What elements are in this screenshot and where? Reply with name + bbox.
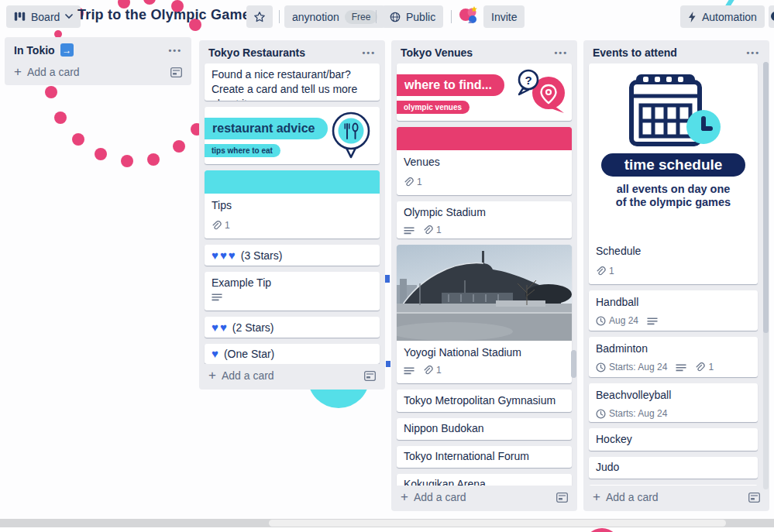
- card-yoyogi-stadium[interactable]: Yoyogi National Stadium 1: [397, 245, 572, 383]
- card-template-icon[interactable]: [364, 371, 376, 381]
- star-board-button[interactable]: [246, 5, 273, 28]
- card-one-star[interactable]: ♥(One Star): [205, 344, 380, 364]
- card-where-to-find-cover[interactable]: where to find... olympic venues ?: [397, 63, 572, 121]
- description-icon: [404, 227, 415, 235]
- topbar-divider: [279, 10, 280, 23]
- list-title[interactable]: Tokyo Venues: [401, 46, 473, 59]
- bg-dot: [45, 86, 57, 98]
- blue-hearts: ♥: [212, 347, 220, 360]
- list-events-to-attend: Events to attend •••: [583, 40, 769, 511]
- add-card-label: Add a card: [222, 369, 274, 382]
- card-nippon-budokan[interactable]: Nippon Budokan: [397, 418, 572, 440]
- card-title: Hockey: [589, 428, 758, 451]
- list-menu-button[interactable]: •••: [554, 48, 568, 57]
- page-bottom-strip: [0, 527, 774, 532]
- list-header: Tokyo Venues •••: [396, 40, 573, 63]
- arrow-right-emoji: →: [60, 43, 74, 57]
- card-title: (3 Stars): [241, 249, 283, 262]
- card-template-icon[interactable]: [170, 67, 182, 77]
- star-icon: [253, 11, 266, 23]
- card-template-icon[interactable]: [556, 493, 568, 503]
- list-menu-button[interactable]: •••: [746, 48, 760, 57]
- member-avatar[interactable]: [457, 5, 480, 28]
- add-card-button[interactable]: + Add a card: [9, 60, 187, 86]
- card-tips[interactable]: Tips 1: [205, 170, 380, 239]
- blue-hearts: ♥♥♥: [212, 249, 237, 262]
- bg-dot: [147, 153, 160, 166]
- list-title[interactable]: In Tokio: [14, 44, 55, 57]
- card-hockey[interactable]: Hockey: [589, 428, 758, 451]
- invite-label: Invite: [491, 11, 517, 23]
- plus-icon: +: [401, 492, 408, 503]
- list-title[interactable]: Events to attend: [593, 46, 677, 59]
- list-header: Events to attend •••: [588, 40, 765, 63]
- visibility-button[interactable]: Public: [382, 5, 443, 28]
- card-title: Tokyo Metropolitan Gymnasium: [397, 390, 572, 412]
- list-scrollbar-thumb[interactable]: [571, 350, 576, 378]
- cards-container: time schedule all events on day one of t…: [588, 63, 765, 486]
- schedule-cover-illustration: time schedule all events on day one of t…: [589, 73, 758, 239]
- list-menu-button[interactable]: •••: [362, 48, 376, 57]
- card-restaurant-info[interactable]: Found a nice restaurant/bar? Create a ca…: [205, 63, 380, 101]
- card-olympic-stadium[interactable]: Olympic Stadium 1: [397, 201, 572, 239]
- globe-icon: [390, 12, 401, 22]
- list-menu-button[interactable]: •••: [168, 46, 182, 55]
- add-card-label: Add a card: [606, 491, 659, 503]
- automation-button[interactable]: Automation: [680, 5, 765, 28]
- invite-button[interactable]: Invite: [483, 5, 525, 28]
- card-title: Nippon Budokan: [397, 418, 572, 440]
- card-title: Kokugikan Arena: [397, 474, 572, 486]
- list-title[interactable]: Tokyo Restaurants: [208, 46, 305, 59]
- card-badminton[interactable]: Badminton Starts: Aug 24 1: [589, 337, 758, 377]
- topbar-divider: [451, 10, 452, 23]
- cover-caption-line1: all events on day one: [589, 183, 758, 196]
- card-title: Tokyo International Forum: [397, 446, 572, 468]
- board-title[interactable]: Trip to the Olympic Games: [77, 7, 258, 23]
- card-template-icon[interactable]: [748, 493, 760, 503]
- visibility-label: Public: [406, 11, 435, 23]
- card-title: Horse riding: [589, 485, 758, 486]
- add-card-button[interactable]: + Add a card: [204, 364, 380, 390]
- chevron-down-icon: [65, 14, 73, 19]
- bg-dot: [95, 148, 107, 160]
- add-card-button[interactable]: + Add a card: [396, 486, 573, 511]
- workspace-button[interactable]: anynotion Free: [284, 5, 385, 28]
- card-title: (One Star): [224, 348, 274, 360]
- plan-badge: Free: [345, 10, 378, 24]
- board-view-switcher[interactable]: Board: [6, 5, 81, 28]
- card-restaurant-advice-cover[interactable]: restaurant advice tips where to eat: [205, 107, 380, 164]
- card-handball[interactable]: Handball Aug 24: [589, 290, 758, 331]
- card-beachvolleyball[interactable]: Beachvolleyball Starts: Aug 24: [589, 383, 758, 422]
- card-venues[interactable]: Venues 1: [397, 127, 572, 195]
- list-scrollbar-thumb[interactable]: [763, 62, 769, 333]
- cover-caption-line2: of the olympic games: [589, 196, 758, 209]
- list-header: Tokyo Restaurants •••: [204, 40, 380, 63]
- card-horse-riding[interactable]: Horse riding: [589, 485, 758, 486]
- card-tokyo-international-forum[interactable]: Tokyo International Forum: [397, 446, 572, 468]
- attachment-badge: 1: [404, 175, 422, 190]
- plus-icon: +: [208, 370, 216, 381]
- add-card-button[interactable]: + Add a card: [588, 486, 765, 511]
- attachment-badge: 1: [423, 223, 442, 238]
- attachment-badge: 1: [596, 264, 614, 279]
- cover-pill-small: tips where to eat: [205, 144, 280, 157]
- board-hscrollbar-thumb[interactable]: [269, 520, 726, 527]
- card-title: (2 Stars): [232, 321, 274, 334]
- card-two-stars[interactable]: ♥♥(2 Stars): [205, 317, 380, 338]
- card-cover-pink: [397, 127, 572, 150]
- rocket-powerups-button-partial[interactable]: [769, 5, 774, 28]
- cover-pill: time schedule: [601, 153, 745, 177]
- list-scrollbar-track[interactable]: [763, 62, 769, 489]
- card-example-tip[interactable]: Example Tip: [205, 272, 380, 311]
- list-tokyo-venues: Tokyo Venues ••• where to find... olympi…: [391, 40, 577, 511]
- list-tokyo-restaurants: Tokyo Restaurants ••• Found a nice resta…: [199, 40, 385, 390]
- card-judo[interactable]: Judo: [589, 457, 758, 479]
- card-three-stars[interactable]: ♥♥♥(3 Stars): [205, 245, 380, 266]
- plus-icon: +: [593, 492, 600, 503]
- automation-label: Automation: [702, 11, 757, 23]
- card-tokyo-metropolitan-gymnasium[interactable]: Tokyo Metropolitan Gymnasium: [397, 390, 572, 412]
- card-title: Olympic Stadium: [404, 205, 565, 220]
- card-schedule[interactable]: time schedule all events on day one of t…: [589, 63, 758, 284]
- card-kokugikan-arena[interactable]: Kokugikan Arena: [397, 474, 572, 486]
- cover-pill-small: olympic venues: [397, 101, 470, 114]
